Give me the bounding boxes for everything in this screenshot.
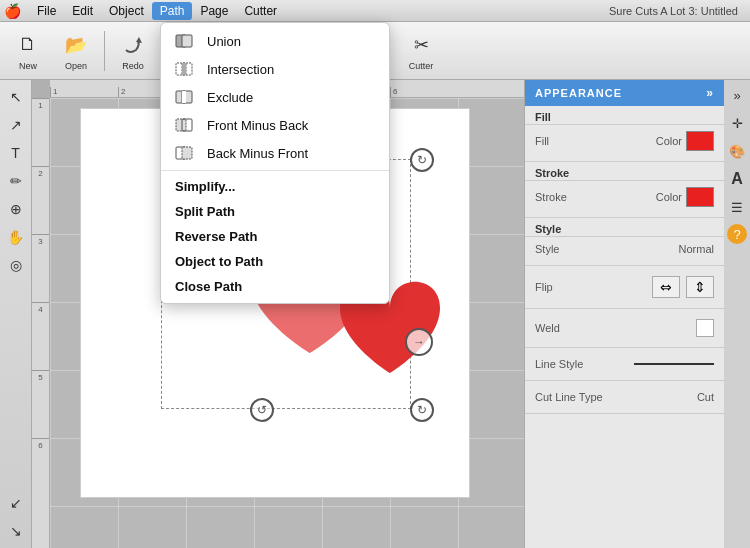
style-section: Style Normal <box>525 237 724 266</box>
rotate-handle-bottom-right[interactable]: ↻ <box>410 398 434 422</box>
flip-vertical-btn[interactable]: ⇕ <box>686 276 714 298</box>
menu-object[interactable]: Object <box>101 2 152 20</box>
fill-row-label: Fill <box>535 135 549 147</box>
panel-text-icon[interactable]: A <box>726 168 748 190</box>
menu-cutter[interactable]: Cutter <box>236 2 285 20</box>
window-title: Sure Cuts A Lot 3: Untitled <box>609 5 738 17</box>
rotate-handle-right-top[interactable]: ↻ <box>410 148 434 172</box>
fill-label: Fill <box>535 111 551 123</box>
exclude-icon <box>175 88 197 106</box>
menu-page[interactable]: Page <box>192 2 236 20</box>
tool-bottom-right[interactable]: ↘ <box>3 518 29 544</box>
panel-color-wheel-icon[interactable]: 🎨 <box>726 140 748 162</box>
scale-handle-right[interactable]: → <box>405 328 433 356</box>
tool-bottom-left[interactable]: ↙ <box>3 490 29 516</box>
path-dropdown-menu[interactable]: Union Intersection Exclude <box>160 22 390 304</box>
flip-row-label: Flip <box>535 281 553 293</box>
open-icon: 📂 <box>62 31 90 59</box>
menu-item-reverse-path[interactable]: Reverse Path <box>161 224 389 249</box>
menu-item-intersection[interactable]: Intersection <box>161 55 389 83</box>
fill-color-label: Color <box>656 135 682 147</box>
flip-horizontal-btn[interactable]: ⇔ <box>652 276 680 298</box>
linestyle-section: Line Style <box>525 348 724 381</box>
toolbar-redo[interactable]: Redo <box>111 26 155 76</box>
intersection-label: Intersection <box>207 62 274 77</box>
new-icon: 🗋 <box>14 31 42 59</box>
intersection-icon <box>175 60 197 78</box>
front-minus-back-icon <box>175 116 197 134</box>
menu-separator-1 <box>161 170 389 171</box>
weld-row: Weld <box>535 315 714 341</box>
panel-title: APPEARANCE <box>535 87 622 99</box>
menu-item-object-to-path[interactable]: Object to Path <box>161 249 389 274</box>
svg-rect-9 <box>182 63 186 75</box>
svg-rect-6 <box>182 35 192 47</box>
toolbar-redo-label: Redo <box>122 61 144 71</box>
menu-file[interactable]: File <box>29 2 64 20</box>
ruler-vtick: 5 <box>32 370 49 438</box>
tool-text[interactable]: T <box>3 140 29 166</box>
stroke-label: Stroke <box>535 167 569 179</box>
style-value: Normal <box>679 243 714 255</box>
menubar: 🍎 File Edit Object Path Page Cutter Sure… <box>0 0 750 22</box>
menu-item-simplify[interactable]: Simplify... <box>161 174 389 199</box>
style-row-label: Style <box>535 243 559 255</box>
cutter-icon: ✂ <box>407 31 435 59</box>
toolbar-open[interactable]: 📂 Open <box>54 26 98 76</box>
menu-path[interactable]: Path <box>152 2 193 20</box>
ruler-vtick: 1 <box>32 98 49 166</box>
panel-expand-btn[interactable]: » <box>706 86 714 100</box>
panel-expand-icon[interactable]: » <box>726 84 748 106</box>
menu-item-union[interactable]: Union <box>161 27 389 55</box>
tool-zoom[interactable]: ⊕ <box>3 196 29 222</box>
tool-select[interactable]: ↖ <box>3 84 29 110</box>
panel-question-icon[interactable]: ? <box>727 224 747 244</box>
apple-menu[interactable]: 🍎 <box>4 3 21 19</box>
panel-layers-icon[interactable]: ☰ <box>726 196 748 218</box>
union-label: Union <box>207 34 241 49</box>
front-minus-back-label: Front Minus Back <box>207 118 308 133</box>
toolbar-cutter-label: Cutter <box>409 61 434 71</box>
ruler-vtick: 3 <box>32 234 49 302</box>
menu-edit[interactable]: Edit <box>64 2 101 20</box>
back-minus-front-label: Back Minus Front <box>207 146 308 161</box>
svg-rect-16 <box>182 147 192 159</box>
menu-item-close-path[interactable]: Close Path <box>161 274 389 299</box>
menu-item-exclude[interactable]: Exclude <box>161 83 389 111</box>
rotate-handle-bottom-left[interactable]: ↺ <box>250 398 274 422</box>
menu-item-front-minus-back[interactable]: Front Minus Back <box>161 111 389 139</box>
tool-hand[interactable]: ✋ <box>3 224 29 250</box>
panel-crosshair-icon[interactable]: ✛ <box>726 112 748 134</box>
tool-pen[interactable]: ✏ <box>3 168 29 194</box>
weld-checkbox[interactable] <box>696 319 714 337</box>
fill-section-label: Fill <box>525 106 724 125</box>
style-row: Style Normal <box>535 239 714 259</box>
fill-color-row: Fill Color <box>535 127 714 155</box>
fill-section: Fill Color <box>525 125 724 162</box>
stroke-section: Stroke Color <box>525 181 724 218</box>
tool-circle[interactable]: ◎ <box>3 252 29 278</box>
flip-buttons: ⇔ ⇕ <box>652 276 714 298</box>
stroke-color-row: Stroke Color <box>535 183 714 211</box>
svg-rect-13 <box>176 119 186 131</box>
right-side: APPEARANCE » Fill Fill Color Stroke <box>524 80 750 548</box>
fill-color-swatch[interactable] <box>686 131 714 151</box>
weld-row-label: Weld <box>535 322 560 334</box>
flip-section: Flip ⇔ ⇕ <box>525 266 724 309</box>
left-tools: ↖ ↗ T ✏ ⊕ ✋ ◎ ↙ ↘ <box>0 80 32 548</box>
stroke-section-label-area: Stroke <box>525 162 724 181</box>
menu-item-split-path[interactable]: Split Path <box>161 199 389 224</box>
redo-icon <box>119 31 147 59</box>
svg-marker-0 <box>136 37 142 43</box>
style-label: Style <box>535 223 561 235</box>
right-panel: APPEARANCE » Fill Fill Color Stroke <box>524 80 724 548</box>
menu-item-back-minus-front[interactable]: Back Minus Front <box>161 139 389 167</box>
tool-node[interactable]: ↗ <box>3 112 29 138</box>
ruler-vtick: 6 <box>32 438 49 506</box>
linestyle-label: Line Style <box>535 358 583 370</box>
stroke-color-swatch[interactable] <box>686 187 714 207</box>
exclude-label: Exclude <box>207 90 253 105</box>
linestyle-preview <box>634 363 714 365</box>
toolbar-new[interactable]: 🗋 New <box>6 26 50 76</box>
toolbar-cutter[interactable]: ✂ Cutter <box>399 26 443 76</box>
